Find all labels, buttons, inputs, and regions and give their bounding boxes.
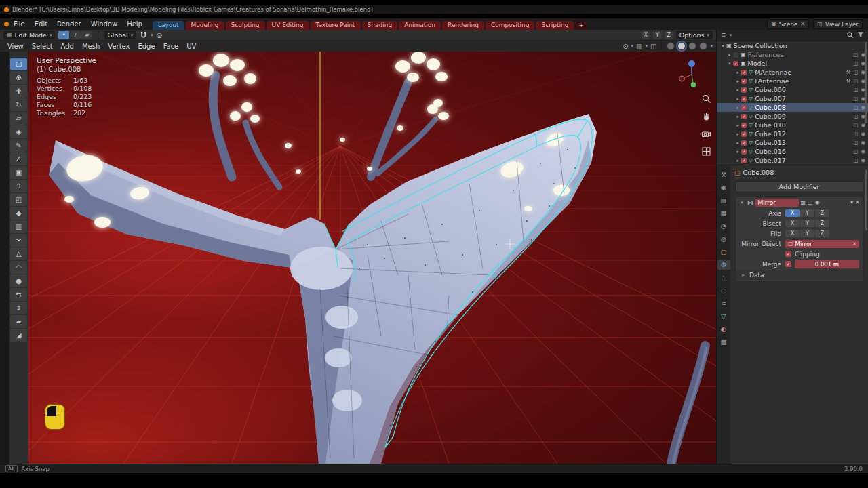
bisect-x-button[interactable]: X [785, 220, 800, 227]
menu-edit[interactable]: Edit [30, 20, 52, 28]
ortho-grid-icon[interactable] [701, 146, 711, 159]
modifier-name-field[interactable]: Mirror [755, 199, 799, 207]
select-mode-vertex[interactable]: • [58, 30, 69, 39]
ptab-texture[interactable]: ▩ [717, 337, 730, 347]
mirror-x-toggle[interactable]: X [642, 31, 650, 39]
viewport-menu-vertex[interactable]: Vertex [104, 43, 134, 50]
render-display-toggle[interactable]: ◉ [815, 199, 820, 205]
collection-checkbox[interactable]: ✓ [733, 61, 738, 66]
hide-viewport-icon[interactable]: ◫ [853, 78, 858, 84]
orientation-dropdown[interactable]: Global ▾ [104, 30, 136, 39]
scene-selector[interactable]: ▣ Scene ✕ [767, 19, 809, 29]
clipping-checkbox[interactable]: ✓ [785, 251, 791, 257]
select-mode-edge[interactable]: ∕ [70, 30, 81, 39]
snap-magnet-icon[interactable] [140, 31, 147, 39]
axis-x-button[interactable]: X [785, 209, 800, 217]
collection-checkbox[interactable] [733, 52, 738, 58]
ptab-tool[interactable]: ⚒ [717, 169, 730, 180]
outliner-row-scene-collection[interactable]: ▾ ▣ Scene Collection [717, 41, 868, 50]
tab-modeling[interactable]: Modeling [186, 21, 224, 30]
viewport-menu-uv[interactable]: UV [182, 43, 200, 50]
ptab-modifiers[interactable]: ⚙ [717, 260, 730, 270]
tab-uv-editing[interactable]: UV Editing [267, 21, 309, 30]
xray-toggle-icon[interactable]: ◫ [650, 43, 656, 50]
tool-edge-slide[interactable]: ⇆ [10, 288, 27, 301]
tool-rip-region[interactable]: ◢ [10, 329, 27, 342]
hide-viewport-icon[interactable]: ◫ [853, 52, 858, 58]
ptab-render[interactable]: ◉ [717, 182, 730, 192]
mirror-z-toggle[interactable]: Z [665, 31, 673, 39]
tool-shear[interactable]: ▰ [10, 315, 27, 328]
shading-wireframe-icon[interactable] [667, 42, 675, 50]
tool-loop-cut[interactable]: ▥ [10, 220, 27, 233]
tab-animation[interactable]: Animation [399, 21, 441, 30]
flip-z-button[interactable]: Z [815, 230, 829, 237]
add-modifier-button[interactable]: Add Modifier [735, 181, 863, 192]
tab-shading[interactable]: Shading [362, 21, 398, 30]
ptab-output[interactable]: ▤ [717, 195, 730, 205]
mirror-object-field[interactable]: ▢ Mirror ✕ [785, 240, 859, 248]
tool-inset-faces[interactable]: ◰ [10, 193, 27, 206]
outliner-row-references[interactable]: ▸ ▣ References ◫◉ [717, 50, 868, 59]
tool-tweak-select[interactable]: ▢ [10, 58, 27, 70]
ptab-material[interactable]: ◐ [717, 324, 730, 334]
properties-scrollbar[interactable] [865, 169, 867, 230]
outliner-filter-icon[interactable] [857, 31, 864, 39]
pan-hand-icon[interactable] [701, 111, 711, 124]
bisect-z-button[interactable]: Z [815, 220, 829, 227]
gizmo-toggle-icon[interactable]: ⊙ [623, 43, 628, 50]
tool-scale[interactable]: ▱ [10, 112, 27, 125]
outliner-scrollbar[interactable] [865, 42, 867, 123]
menu-window[interactable]: Window [86, 20, 122, 28]
tool-extrude-region[interactable]: ⇧ [10, 180, 27, 192]
tab-layout[interactable]: Layout [153, 21, 184, 30]
tool-annotate[interactable]: ✎ [10, 139, 27, 152]
tool-cursor[interactable]: ⊕ [10, 71, 27, 84]
tool-smooth[interactable]: ● [10, 274, 27, 287]
options-dropdown[interactable]: Options ▾ [676, 30, 713, 39]
bisect-y-button[interactable]: Y [800, 220, 814, 227]
outliner-row-cube009[interactable]: ▸ ✓ ▽ Cube.009 ◫◉ [717, 112, 868, 121]
menu-file[interactable]: File [9, 20, 30, 28]
camera-view-icon[interactable] [701, 129, 711, 142]
tab-compositing[interactable]: Compositing [486, 21, 534, 30]
outliner-row-cube006[interactable]: ▸ ✓ ▽ Cube.006 ◫◉ [717, 85, 868, 94]
shading-solid-icon[interactable] [677, 42, 686, 50]
outliner-editor-icon[interactable]: ≣ [721, 32, 726, 39]
clear-object-icon[interactable]: ✕ [852, 241, 856, 247]
outliner-row-fantennae[interactable]: ▸ ✓ ▽ FAntennae ⚒◫◉ [717, 77, 868, 85]
axis-z-button[interactable]: Z [815, 209, 829, 217]
ptab-world[interactable]: ◍ [717, 234, 730, 244]
outliner-row-cube010[interactable]: ▸ ✓ ▽ Cube.010 ◫◉ [717, 121, 868, 129]
ptab-object[interactable]: ▢ [717, 247, 730, 257]
hide-viewport-icon[interactable]: ◫ [853, 60, 858, 66]
viewport-menu-add[interactable]: Add [57, 43, 78, 50]
data-subpanel[interactable]: ▸ Data [736, 270, 863, 279]
mirror-y-toggle[interactable]: Y [653, 31, 662, 39]
viewport-menu-face[interactable]: Face [159, 43, 183, 50]
tool-transform[interactable]: ◈ [10, 125, 27, 138]
modifier-extras-icon[interactable]: ▾ [850, 199, 853, 205]
viewport-menu-mesh[interactable]: Mesh [78, 43, 104, 50]
outliner-row-cube008[interactable]: ▸ ✓ ▽ Cube.008 ◫◉ [717, 103, 868, 112]
merge-checkbox[interactable]: ✓ [785, 261, 791, 267]
tool-knife[interactable]: ✂ [10, 234, 27, 247]
tool-poly-build[interactable]: △ [10, 247, 27, 260]
mode-dropdown[interactable]: ▦ Edit Mode ▾ [3, 30, 55, 39]
snap-dropdown-icon[interactable]: ▾ [151, 33, 153, 38]
outliner-row-cube012[interactable]: ▸ ✓ ▽ Cube.012 ◫◉ [717, 129, 868, 138]
tool-rotate[interactable]: ↻ [10, 98, 27, 111]
edit-mode-display-toggle[interactable]: ▦ [801, 199, 806, 205]
menu-help[interactable]: Help [122, 20, 147, 28]
tool-measure[interactable]: ∠ [10, 152, 27, 165]
ptab-scene[interactable]: ◔ [717, 221, 730, 231]
modifier-close-icon[interactable]: ✕ [855, 199, 860, 205]
scene-close-icon[interactable]: ✕ [800, 21, 805, 27]
select-mode-face[interactable]: ▰ [81, 30, 92, 39]
add-workspace-button[interactable]: + [575, 21, 587, 30]
flip-y-button[interactable]: Y [800, 230, 814, 237]
outliner-row-cube013[interactable]: ▸ ✓ ▽ Cube.013 ◫◉ [717, 138, 868, 147]
tool-bevel[interactable]: ◆ [10, 207, 27, 220]
view-layer-selector[interactable]: ◫ View Layer [813, 19, 863, 29]
collapse-icon[interactable]: ▾ [738, 200, 745, 205]
